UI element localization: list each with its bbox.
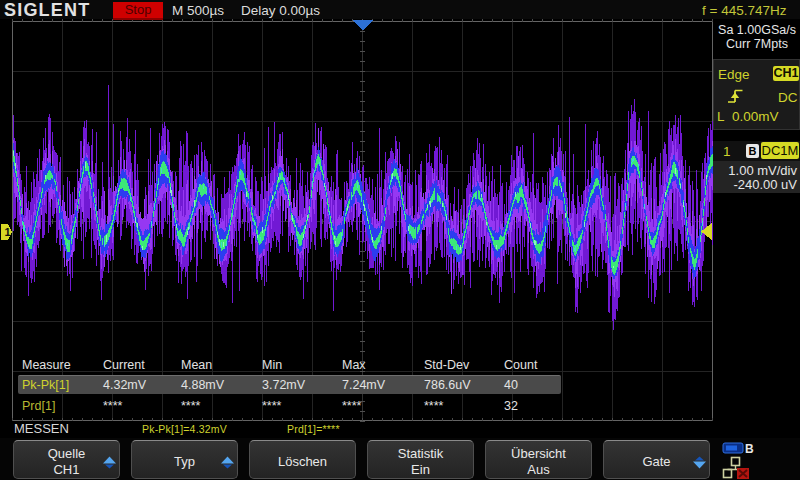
- svg-text:B: B: [745, 442, 754, 455]
- svg-text:1: 1: [5, 226, 11, 238]
